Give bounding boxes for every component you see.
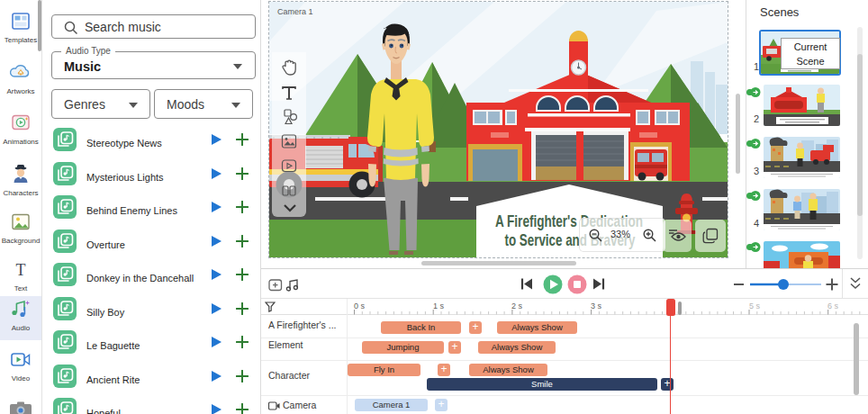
svg-text:T: T	[16, 261, 26, 279]
